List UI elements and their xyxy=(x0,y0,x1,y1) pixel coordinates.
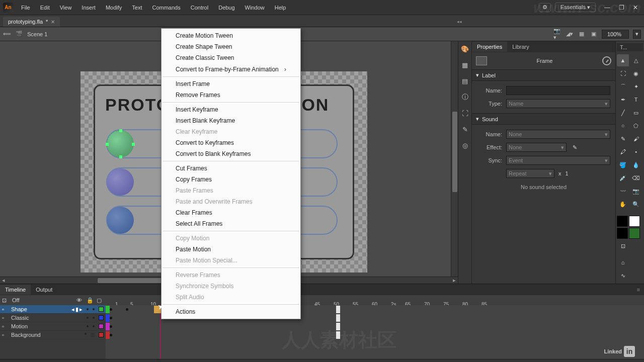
label-name-input[interactable] xyxy=(506,86,610,95)
tab-output[interactable]: Output xyxy=(31,285,57,295)
close-button[interactable]: ✕ xyxy=(629,3,642,12)
ctx-create-shape-tween[interactable]: Create Shape Tween xyxy=(162,41,300,52)
menu-debug[interactable]: Debug xyxy=(213,3,239,13)
sync-settings-icon[interactable]: ⚙ xyxy=(539,3,551,12)
paint-brush-tool[interactable]: 🖍 xyxy=(617,146,629,158)
eye-icon[interactable]: 👁 xyxy=(76,297,84,303)
zoom-tool[interactable]: 🔍 xyxy=(630,198,642,210)
tab-properties[interactable]: Properties xyxy=(472,42,507,52)
ctx-clear-frames[interactable]: Clear Frames xyxy=(162,207,300,218)
snap-icon[interactable]: ▣ xyxy=(590,30,598,38)
oval-tool[interactable]: ○ xyxy=(617,120,629,132)
document-tab[interactable]: prototyping.fla*✕ xyxy=(3,17,60,27)
close-tab-icon[interactable]: ✕ xyxy=(51,19,55,25)
label-type-dropdown[interactable]: Name▾ xyxy=(506,99,610,108)
subselection-tool[interactable]: △ xyxy=(630,54,642,66)
ink-bottle-tool[interactable]: 💧 xyxy=(630,159,642,171)
selection-tool[interactable]: ▲ xyxy=(617,54,629,66)
menu-edit[interactable]: Edit xyxy=(35,3,55,13)
ctx-insert-blank-keyframe[interactable]: Insert Blank Keyframe xyxy=(162,115,300,126)
sound-effect-dropdown[interactable]: None▾ xyxy=(506,143,567,152)
panel-menu-icon[interactable]: ≡ xyxy=(633,287,644,293)
cc-panel-icon[interactable]: ◎ xyxy=(460,141,469,150)
brush-panel-icon[interactable]: ✎ xyxy=(460,125,469,134)
menu-file[interactable]: File xyxy=(16,3,35,13)
layer-classic[interactable]: ▫Classic xyxy=(0,314,106,322)
free-transform-tool[interactable]: ⛶ xyxy=(617,67,629,79)
pen-tool[interactable]: ✒ xyxy=(617,94,629,106)
tab-timeline[interactable]: Timeline xyxy=(0,285,31,295)
rectangle-tool[interactable]: ▭ xyxy=(630,107,642,119)
zoom-input[interactable]: 100% xyxy=(602,30,629,39)
swap-swatch[interactable] xyxy=(629,228,640,239)
layer-background[interactable]: ▫Background xyxy=(0,331,106,339)
stage-scrollbar-vertical[interactable] xyxy=(451,41,458,277)
stroke-swatch[interactable] xyxy=(617,216,628,227)
outline-icon[interactable]: ▢ xyxy=(97,297,104,304)
ctx-remove-frames[interactable]: Remove Frames xyxy=(162,89,300,101)
align-panel-icon[interactable]: ▤ xyxy=(460,76,469,85)
back-icon[interactable]: ⟸ xyxy=(3,30,11,38)
pencil-tool[interactable]: ✎ xyxy=(617,133,629,145)
bucket-tool[interactable]: 🪣 xyxy=(617,159,629,171)
menu-insert[interactable]: Insert xyxy=(76,3,101,13)
lock-icon[interactable]: 🔒 xyxy=(87,297,94,304)
sound-name-dropdown[interactable]: None▾ xyxy=(506,130,610,139)
info-panel-icon[interactable]: ⓘ xyxy=(460,93,469,102)
bone-tool[interactable]: ⦁ xyxy=(630,146,642,158)
polystar-tool[interactable]: ⬠ xyxy=(630,120,642,132)
ctx-insert-keyframe[interactable]: Insert Keyframe xyxy=(162,104,300,115)
menu-help[interactable]: Help xyxy=(270,3,291,13)
menu-commands[interactable]: Commands xyxy=(147,3,185,13)
ctx-convert-to-blank-keyframes[interactable]: Convert to Blank Keyframes xyxy=(162,148,300,159)
ctx-create-motion-tween[interactable]: Create Motion Tween xyxy=(162,30,300,41)
section-sound[interactable]: ▾Sound xyxy=(472,113,615,125)
text-tool[interactable]: T xyxy=(630,94,642,106)
menu-control[interactable]: Control xyxy=(186,3,213,13)
scene-name[interactable]: Scene 1 xyxy=(27,31,47,37)
fill-swatch[interactable] xyxy=(629,216,640,227)
repeat-count[interactable]: 1 xyxy=(566,170,569,176)
lasso-tool[interactable]: ⌒ xyxy=(617,80,629,93)
zoom-dropdown[interactable]: ▾ xyxy=(633,30,641,39)
section-label[interactable]: ▾Label xyxy=(472,69,615,81)
menu-text[interactable]: Text xyxy=(127,3,147,13)
3d-rotation-tool[interactable]: ◉ xyxy=(630,67,642,79)
onion-skin-icon[interactable]: ⊡ xyxy=(2,297,9,304)
snap-option[interactable]: ⊡ xyxy=(617,240,629,252)
minimize-button[interactable]: — xyxy=(601,3,614,12)
hand-tool[interactable]: ✋ xyxy=(617,198,629,210)
ctx-paste-motion[interactable]: Paste Motion xyxy=(162,244,300,255)
width-tool[interactable]: 〰 xyxy=(617,185,629,197)
bw-swatch[interactable] xyxy=(617,228,628,239)
shape-ball-green[interactable] xyxy=(107,130,134,157)
eraser-tool[interactable]: ⌫ xyxy=(630,172,642,184)
menu-modify[interactable]: Modify xyxy=(101,3,127,13)
camera-icon[interactable]: 📷▾ xyxy=(553,30,561,38)
sound-sync-dropdown[interactable]: Event▾ xyxy=(506,156,610,165)
magic-wand-tool[interactable]: ✦ xyxy=(630,80,642,93)
swatches-icon[interactable]: ▦ xyxy=(460,60,469,69)
line-tool[interactable]: ╱ xyxy=(617,107,629,119)
ctx-actions[interactable]: Actions xyxy=(162,306,300,317)
ctx-select-all-frames[interactable]: Select All Frames xyxy=(162,218,300,229)
clip-icon[interactable]: ◢▾ xyxy=(566,30,574,38)
object-drawing-option[interactable]: ⌂ xyxy=(617,256,629,268)
menu-view[interactable]: View xyxy=(55,3,77,13)
transform-panel-icon[interactable]: ⛶ xyxy=(460,109,469,118)
color-panel-icon[interactable]: 🎨 xyxy=(460,44,469,53)
loop-icon[interactable] xyxy=(602,56,611,65)
eyedropper-tool[interactable]: 💉 xyxy=(617,172,629,184)
ctx-copy-frames[interactable]: Copy Frames xyxy=(162,174,300,185)
workspace-selector[interactable]: Essentials ▾ xyxy=(555,3,596,12)
collapse-panels-icon[interactable]: ◂◂ xyxy=(454,18,465,25)
ctx-cut-frames[interactable]: Cut Frames xyxy=(162,163,300,174)
grid-icon[interactable]: ▦ xyxy=(578,30,586,38)
layer-shape[interactable]: ▫Shape◂▮▸ xyxy=(0,305,106,314)
tab-library[interactable]: Library xyxy=(507,42,534,52)
restore-button[interactable]: ❐ xyxy=(615,3,628,12)
smooth-option[interactable]: ∿ xyxy=(617,269,629,282)
camera-tool[interactable]: 📷 xyxy=(630,185,642,197)
ctx-convert-to-keyframes[interactable]: Convert to Keyframes xyxy=(162,137,300,148)
onion-toggle[interactable]: Off xyxy=(12,297,19,303)
